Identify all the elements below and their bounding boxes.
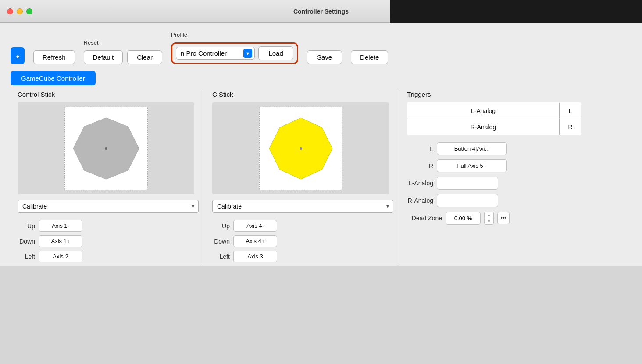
c-stick-title: C Stick [212, 91, 389, 98]
minimize-button[interactable] [17, 8, 23, 14]
clear-button[interactable]: Clear [127, 50, 162, 64]
triggers-r-btn-cell[interactable]: R [560, 119, 581, 135]
svg-point-1 [105, 147, 107, 150]
dead-zone-stepper: ▲ ▼ [484, 212, 494, 225]
profile-section: Profile n Pro Controller ▼ Load [171, 32, 298, 64]
svg-point-3 [300, 147, 302, 150]
left-axis-button[interactable]: Axis 2 [39, 251, 82, 262]
arrow-button[interactable]: ⬥ [11, 47, 25, 64]
arrow-icon: ⬥ [15, 51, 20, 60]
load-button[interactable]: Load [258, 46, 293, 60]
panel-separator-1 [203, 91, 203, 266]
c-left-label: Left [212, 253, 230, 260]
default-button[interactable]: Default [84, 50, 123, 64]
c-stick-svg [266, 113, 336, 184]
traffic-lights [7, 8, 32, 14]
triggers-panel: Triggers L-Analog L R-Analog R L Butt [400, 91, 588, 225]
refresh-button[interactable]: Refresh [33, 50, 75, 64]
control-stick-title: Control Stick [18, 91, 194, 98]
panels-row: Control Stick Calibrate ▾ U [11, 91, 631, 266]
controller-tab-row: GameCube Controller [11, 71, 631, 85]
c-stick-canvas [259, 107, 342, 190]
title-bar: Controller Settings [0, 0, 642, 23]
triggers-title: Triggers [407, 91, 581, 98]
control-stick-visual-container [18, 102, 194, 194]
triggers-table-r-row: R-Analog R [407, 119, 581, 135]
c-stick-down-row: Down Axis 4+ [212, 235, 389, 247]
reset-group: Reset Default Clear [84, 39, 163, 64]
reset-buttons-row: Default Clear [84, 50, 163, 64]
delete-button[interactable]: Delete [351, 50, 388, 64]
r-mapping-button[interactable]: Full Axis 5+ [437, 159, 507, 172]
triggers-table-l-row: L-Analog L [407, 103, 581, 119]
triggers-table: L-Analog L R-Analog R [407, 102, 581, 135]
down-label: Down [18, 238, 35, 245]
c-down-axis-button[interactable]: Axis 4+ [233, 235, 277, 247]
down-axis-button[interactable]: Axis 1+ [39, 235, 82, 247]
c-left-axis-button[interactable]: Axis 3 [233, 251, 277, 262]
control-stick-up-row: Up Axis 1- [18, 220, 194, 232]
triggers-l-analog-cell: L-Analog [407, 103, 560, 119]
c-stick-calibrate-row: Calibrate ▾ [212, 200, 389, 213]
c-stick-calibrate-select[interactable]: Calibrate [212, 200, 393, 213]
triggers-l-btn-cell[interactable]: L [560, 103, 581, 119]
l-analog-row: L-Analog [407, 177, 581, 190]
r-analog-row: R-Analog [407, 194, 581, 207]
control-stick-left-row: Left Axis 2 [18, 251, 194, 262]
profile-select-wrapper: n Pro Controller ▼ [176, 47, 255, 60]
control-stick-down-row: Down Axis 1+ [18, 235, 194, 247]
control-stick-canvas [64, 107, 148, 190]
profile-highlight-box: n Pro Controller ▼ Load [171, 42, 298, 64]
l-analog-label: L-Analog [407, 180, 433, 187]
l-mapping-row: L Button 4|Axi... [407, 142, 581, 155]
c-stick-left-row: Left Axis 3 [212, 251, 389, 262]
l-analog-empty-field[interactable] [437, 177, 498, 190]
window-content: ⬥ Refresh Reset Default Clear Profile n … [0, 23, 642, 266]
gamecube-controller-tab[interactable]: GameCube Controller [11, 71, 96, 85]
profile-select[interactable]: n Pro Controller [176, 47, 255, 60]
left-label: Left [18, 253, 35, 260]
r-mapping-row: R Full Axis 5+ [407, 159, 581, 172]
up-axis-button[interactable]: Axis 1- [39, 220, 82, 232]
r-mapping-label: R [407, 163, 433, 170]
profile-label: Profile [171, 32, 298, 38]
r-analog-label: R-Analog [407, 197, 433, 204]
l-mapping-button[interactable]: Button 4|Axi... [437, 142, 507, 155]
right-black-area [390, 0, 642, 23]
close-button[interactable] [7, 8, 13, 14]
stepper-up-button[interactable]: ▲ [485, 212, 493, 218]
r-analog-empty-field[interactable] [437, 194, 498, 207]
dead-zone-row: Dead Zone 0.00 % ▲ ▼ ••• [407, 212, 581, 225]
stepper-down-button[interactable]: ▼ [485, 218, 493, 224]
triggers-r-analog-cell: R-Analog [407, 119, 560, 135]
more-icon: ••• [501, 215, 506, 221]
c-up-label: Up [212, 223, 230, 230]
control-stick-panel: Control Stick Calibrate ▾ U [11, 91, 201, 266]
control-stick-calibrate-row: Calibrate ▾ [18, 200, 194, 213]
l-mapping-label: L [407, 145, 433, 152]
maximize-button[interactable] [26, 8, 32, 14]
toolbar: ⬥ Refresh Reset Default Clear Profile n … [11, 32, 631, 64]
window-title: Controller Settings [293, 8, 349, 15]
control-stick-calibrate-select[interactable]: Calibrate [18, 200, 199, 213]
panel-separator-2 [398, 91, 398, 266]
dead-zone-label: Dead Zone [407, 215, 442, 222]
more-button[interactable]: ••• [497, 212, 510, 224]
control-stick-svg [71, 113, 141, 184]
up-label: Up [18, 223, 35, 230]
c-stick-up-row: Up Axis 4- [212, 220, 389, 232]
save-button[interactable]: Save [307, 50, 342, 64]
c-stick-visual-container [212, 102, 389, 194]
c-down-label: Down [212, 238, 230, 245]
reset-label: Reset [84, 39, 163, 46]
c-up-axis-button[interactable]: Axis 4- [233, 220, 277, 232]
dead-zone-value: 0.00 % [446, 212, 481, 225]
c-stick-panel: C Stick Calibrate ▾ Up [205, 91, 396, 266]
